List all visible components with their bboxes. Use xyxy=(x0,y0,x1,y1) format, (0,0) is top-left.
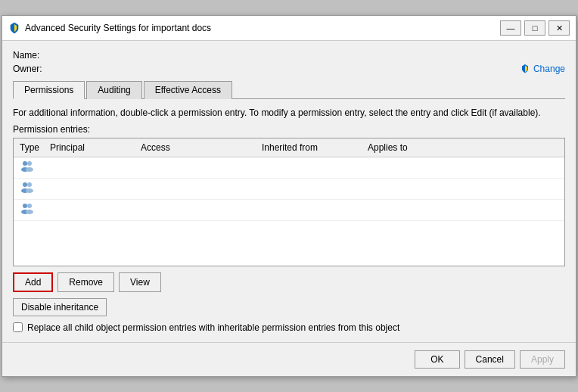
bottom-buttons: OK Cancel Apply xyxy=(2,342,576,376)
svg-point-10 xyxy=(27,204,32,208)
row2-principal xyxy=(47,188,138,189)
name-label: Name: xyxy=(13,50,58,61)
row1-principal xyxy=(47,166,138,168)
row3-type xyxy=(17,201,47,219)
tab-effective-access[interactable]: Effective Access xyxy=(144,81,232,99)
remove-button[interactable]: Remove xyxy=(57,272,114,292)
col-type: Type xyxy=(17,141,47,154)
ok-button[interactable]: OK xyxy=(415,350,459,369)
row1-inherited xyxy=(259,166,365,168)
col-access: Access xyxy=(138,141,259,154)
title-bar: Advanced Security Settings for important… xyxy=(2,16,576,41)
row1-applies xyxy=(365,166,471,168)
col-inherited-from: Inherited from xyxy=(259,141,365,154)
row3-principal xyxy=(47,209,138,210)
table-row[interactable] xyxy=(14,157,564,179)
add-button[interactable]: Add xyxy=(13,272,53,292)
window-title: Advanced Security Settings for important… xyxy=(25,23,500,33)
checkbox-label: Replace all child object permission entr… xyxy=(27,322,399,333)
tab-bar: Permissions Auditing Effective Access xyxy=(13,80,565,99)
maximize-button[interactable]: □ xyxy=(524,20,545,36)
svg-point-7 xyxy=(26,188,33,193)
table-header: Type Principal Access Inherited from App… xyxy=(14,138,564,157)
tab-auditing[interactable]: Auditing xyxy=(86,81,141,99)
info-text: For additional information, double-click… xyxy=(13,107,565,120)
action-buttons: Add Remove View xyxy=(13,272,565,292)
cancel-button[interactable]: Cancel xyxy=(465,350,515,369)
svg-point-11 xyxy=(26,210,33,214)
permission-entries-label: Permission entries: xyxy=(13,124,565,135)
svg-point-0 xyxy=(23,161,27,166)
row2-applies xyxy=(365,188,471,189)
window-icon xyxy=(8,22,20,34)
row3-access xyxy=(138,209,259,210)
permissions-table[interactable]: Type Principal Access Inherited from App… xyxy=(13,138,565,266)
window-controls: — □ ✕ xyxy=(500,20,570,36)
row3-applies xyxy=(365,209,471,210)
table-row[interactable] xyxy=(14,179,564,200)
row2-access xyxy=(138,188,259,189)
table-row[interactable] xyxy=(14,200,564,221)
close-button[interactable]: ✕ xyxy=(548,20,570,36)
name-row: Name: xyxy=(13,50,565,61)
main-window: Advanced Security Settings for important… xyxy=(2,15,576,377)
owner-row: Owner: Change xyxy=(13,64,565,74)
user-group-icon xyxy=(20,160,35,173)
svg-point-8 xyxy=(23,204,27,208)
svg-point-6 xyxy=(27,182,32,187)
apply-button[interactable]: Apply xyxy=(520,350,565,369)
tab-permissions[interactable]: Permissions xyxy=(13,81,85,99)
replace-permissions-checkbox[interactable] xyxy=(13,322,23,332)
col-applies-to: Applies to xyxy=(365,141,471,154)
row2-type xyxy=(17,180,47,198)
owner-label: Owner: xyxy=(13,64,58,74)
checkbox-row: Replace all child object permission entr… xyxy=(13,322,565,333)
col-principal: Principal xyxy=(47,141,138,154)
disable-inheritance-button[interactable]: Disable inheritance xyxy=(13,298,107,316)
user-group-icon xyxy=(20,181,35,194)
change-button[interactable]: Change xyxy=(520,64,565,74)
row3-inherited xyxy=(259,209,365,210)
row1-type xyxy=(17,159,47,176)
minimize-button[interactable]: — xyxy=(500,20,521,36)
shield-change-icon xyxy=(520,64,530,74)
svg-point-4 xyxy=(23,182,27,187)
svg-point-2 xyxy=(27,161,32,166)
svg-point-3 xyxy=(26,167,33,172)
row2-inherited xyxy=(259,188,365,189)
row1-access xyxy=(138,166,259,168)
dialog-content: Name: Owner: Change Permissions Auditing xyxy=(2,41,576,342)
user-group-icon xyxy=(20,202,35,216)
view-button[interactable]: View xyxy=(119,272,161,292)
